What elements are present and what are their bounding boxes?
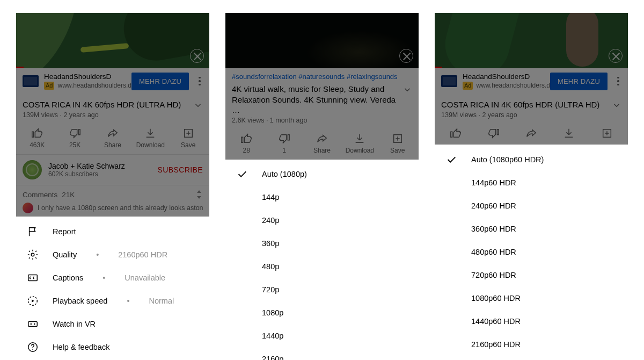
video-hashtags[interactable]: #soundsforrelaxation #naturesounds #rela… <box>225 68 419 83</box>
save-icon <box>182 127 194 139</box>
quality-option[interactable]: 144p60 HDR <box>435 171 628 194</box>
progress-bar[interactable] <box>435 67 442 68</box>
video-title[interactable]: COSTA RICA IN 4K 60fps HDR (ULTRA HD) <box>23 99 189 110</box>
quality-option-auto[interactable]: Auto (1080p60 HDR) <box>435 148 628 171</box>
comments-section[interactable]: Comments 21K I only have a 1080p screen … <box>16 185 209 217</box>
video-page-dimmed: HeadandShouldersD Ad www.headandshoulder… <box>435 13 628 145</box>
save-button[interactable]: Save <box>172 127 204 149</box>
dislike-button[interactable]: 25K <box>59 127 91 149</box>
ad-title[interactable]: HeadandShouldersD <box>44 73 126 82</box>
ad-badge: Ad <box>463 82 473 90</box>
download-icon <box>144 127 156 139</box>
captions-icon <box>27 272 39 284</box>
share-icon <box>316 133 328 145</box>
menu-help-feedback[interactable]: Help & feedback <box>16 335 209 358</box>
quality-option[interactable]: 360p <box>225 232 419 255</box>
thumb-down-icon <box>488 127 500 139</box>
gear-icon <box>27 249 39 261</box>
quality-option[interactable]: 1440p60 HDR <box>435 309 628 333</box>
quality-option[interactable]: 2160p60 HDR <box>435 333 628 356</box>
share-button[interactable] <box>515 127 547 139</box>
quality-option[interactable]: 360p60 HDR <box>435 217 628 240</box>
download-button[interactable] <box>553 127 585 139</box>
save-button[interactable] <box>591 127 623 139</box>
quality-option[interactable]: 480p <box>225 255 419 278</box>
dislike-button[interactable]: 1 <box>268 133 301 154</box>
share-button[interactable]: Share <box>97 127 129 149</box>
save-icon <box>392 133 404 145</box>
channel-avatar[interactable] <box>23 160 42 179</box>
svg-point-1 <box>31 253 34 256</box>
menu-captions[interactable]: Captions•Unavailable <box>16 266 209 289</box>
quality-option[interactable]: 1080p <box>225 301 419 325</box>
channel-watermark-icon <box>609 49 623 63</box>
video-thumbnail[interactable] <box>16 13 209 68</box>
dislike-button[interactable] <box>478 127 510 139</box>
sort-icon[interactable] <box>195 190 203 199</box>
quality-option[interactable]: 1440p <box>225 325 419 348</box>
flag-icon <box>27 226 39 237</box>
thumb-down-icon <box>279 133 290 145</box>
download-button[interactable]: Download <box>134 127 166 149</box>
like-button[interactable] <box>440 127 472 139</box>
quality-option[interactable]: 720p60 HDR <box>435 263 628 286</box>
ad-cta-button[interactable]: MEHR DAZU <box>550 73 608 90</box>
quality-option[interactable]: 720p <box>225 278 419 301</box>
subscribe-button[interactable]: SUBSCRIBE <box>157 165 203 174</box>
top-comment-text: I only have a 1080p screen and this alre… <box>38 204 203 212</box>
quality-option[interactable]: 480p60 HDR <box>435 240 628 263</box>
download-icon <box>563 127 575 139</box>
quality-menu: Auto (1080p) 144p 240p 360p 480p 720p 10… <box>225 160 419 361</box>
ad-more-icon[interactable] <box>613 77 624 86</box>
menu-quality[interactable]: Quality•2160p60 HDR <box>16 243 209 266</box>
panel-left: HeadandShouldersD Ad www.headandshoulder… <box>16 13 209 360</box>
like-button[interactable]: 463K <box>21 127 53 149</box>
ad-url: www.headandshoulders.de <box>57 82 135 90</box>
help-icon <box>27 341 39 353</box>
save-button[interactable]: Save <box>382 133 414 154</box>
quality-option[interactable]: 144p <box>225 186 419 209</box>
menu-report[interactable]: Report <box>16 220 209 243</box>
channel-subs: 602K subscribers <box>48 170 151 178</box>
vr-icon <box>27 318 39 330</box>
video-meta: 139M views · 2 years ago <box>16 111 209 124</box>
play-speed-icon <box>27 295 39 307</box>
progress-bar[interactable] <box>16 67 24 68</box>
video-thumbnail[interactable] <box>225 13 419 68</box>
channel-name[interactable]: Jacob + Katie Schwarz <box>48 162 151 170</box>
svg-rect-4 <box>28 321 38 326</box>
ad-title[interactable]: HeadandShouldersD <box>463 73 545 82</box>
video-title[interactable]: 4K virtual walk, music for Sleep, Study … <box>232 84 398 116</box>
quality-option-auto[interactable]: Auto (1080p) <box>225 163 419 186</box>
download-button[interactable]: Download <box>343 133 376 154</box>
ad-brand-icon <box>23 75 39 87</box>
quality-option[interactable]: 2160p <box>225 348 419 361</box>
video-title[interactable]: COSTA RICA IN 4K 60fps HDR (ULTRA HD) <box>441 99 608 110</box>
speed-value: Normal <box>149 297 174 305</box>
video-meta: 139M views · 2 years ago <box>435 111 628 124</box>
thumb-up-icon <box>450 127 462 139</box>
check-icon <box>445 154 457 165</box>
thumb-up-icon <box>31 127 43 139</box>
like-button[interactable]: 28 <box>230 133 262 154</box>
ad-more-icon[interactable] <box>194 77 205 86</box>
quality-option[interactable]: 240p60 HDR <box>435 194 628 217</box>
quality-value: 2160p60 HDR <box>118 250 167 259</box>
quality-option[interactable]: 240p <box>225 209 419 232</box>
channel-row[interactable]: Jacob + Katie Schwarz 602K subscribers S… <box>16 155 209 185</box>
ad-url: www.headandshoulders.de <box>476 82 553 90</box>
thumb-down-icon <box>69 127 81 139</box>
video-thumbnail[interactable] <box>435 13 628 68</box>
quality-option[interactable]: 1080p60 HDR <box>435 286 628 309</box>
share-button[interactable]: Share <box>306 133 338 154</box>
chevron-down-icon[interactable] <box>612 100 621 110</box>
commenter-avatar <box>23 203 33 213</box>
menu-playback-speed[interactable]: Playback speed•Normal <box>16 289 209 312</box>
check-icon <box>236 168 248 180</box>
chevron-down-icon[interactable] <box>402 85 412 95</box>
ad-row: HeadandShouldersD Ad www.headandshoulder… <box>435 68 628 94</box>
chevron-down-icon[interactable] <box>193 100 203 110</box>
menu-watch-vr[interactable]: Watch in VR <box>16 312 209 335</box>
ad-brand-icon <box>441 75 457 87</box>
ad-cta-button[interactable]: MEHR DAZU <box>131 73 189 90</box>
